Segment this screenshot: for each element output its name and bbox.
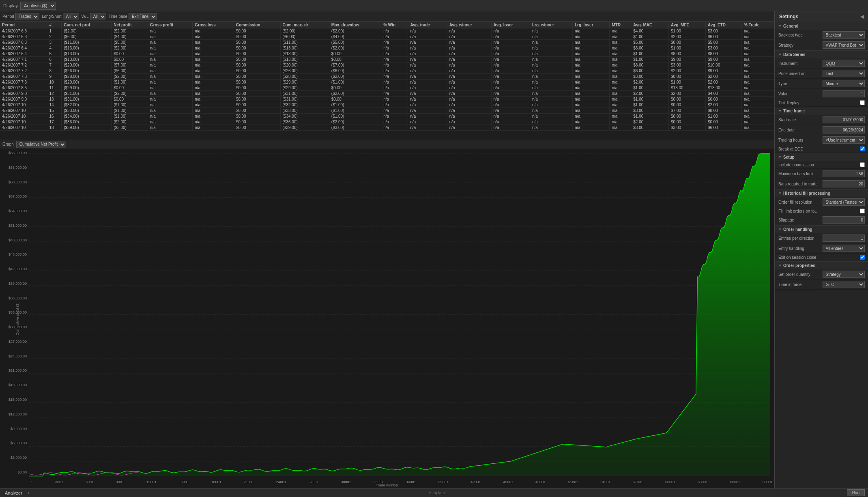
section-data-series-header[interactable]: Data Series (775, 51, 868, 58)
entry-handling-select[interactable]: All entries (823, 245, 865, 252)
wl-select[interactable]: All (90, 13, 106, 20)
include-commission-checkbox[interactable] (860, 162, 865, 167)
section-order-properties-header[interactable]: Order properties (775, 262, 868, 269)
table-cell: 4/26/2007 6:3 (0, 28, 47, 34)
graph-type-select[interactable]: Cumulative Net Profit (16, 141, 66, 148)
exit-session-checkbox[interactable] (860, 255, 865, 260)
table-cell: ($13.00) (62, 45, 112, 51)
max-bars-input[interactable] (823, 170, 865, 177)
table-cell: n/a (408, 102, 447, 108)
time-in-force-select[interactable]: GTC (823, 281, 865, 288)
x-axis-label: 9001 (116, 480, 124, 484)
type-select[interactable]: Minute (823, 80, 865, 87)
start-date-input[interactable] (823, 116, 865, 123)
table-row: 4/26/2007 9:012($31.00)($2.00)n/an/a$0.0… (0, 91, 774, 97)
table-container[interactable]: Period#Cum. net profNet profitGross prof… (0, 22, 774, 140)
table-cell: n/a (148, 85, 192, 91)
table-cell: 4/26/2007 6:4 (0, 45, 47, 51)
table-cell: ($28.00) (62, 74, 112, 80)
break-eod-checkbox[interactable] (860, 146, 865, 151)
bars-required-label: Bars required to trade (778, 182, 821, 186)
table-cell: n/a (381, 91, 408, 97)
table-cell: n/a (491, 40, 530, 45)
analyzer-tab[interactable]: Analyzer (3, 490, 24, 496)
set-order-qty-select[interactable]: Strategy (823, 271, 865, 278)
backtest-type-select[interactable]: Backtest (823, 31, 865, 39)
end-date-input[interactable] (823, 126, 865, 133)
table-cell: 4/26/2007 6:3 (0, 40, 47, 45)
trading-hours-value: <Use instrument settin... (823, 136, 865, 144)
end-date-label: End date (778, 128, 821, 132)
table-cell: n/a (408, 119, 447, 125)
add-analyzer-icon[interactable]: + (27, 491, 30, 495)
y-axis-label: $36,000.00 (1, 296, 28, 300)
table-cell: n/a (381, 108, 408, 114)
row-strategy: Strategy VWAP Trend Bot (775, 40, 868, 50)
table-cell: n/a (742, 68, 774, 74)
table-cell: $2.00 (669, 34, 706, 40)
max-bars-value (823, 170, 865, 177)
section-general-header[interactable]: General (775, 22, 868, 30)
table-cell: n/a (381, 119, 408, 125)
table-cell: n/a (610, 51, 631, 57)
row-bars-required: Bars required to trade (775, 179, 868, 189)
section-historical-fill-header[interactable]: Historical fill processing (775, 189, 868, 197)
timebase-select[interactable]: Exit Time (129, 13, 157, 20)
table-cell: n/a (742, 114, 774, 119)
table-cell: n/a (572, 51, 610, 57)
y-axis-label: $39,000.00 (1, 282, 28, 286)
table-cell: ($6.00) (62, 34, 112, 40)
table-cell: n/a (572, 40, 610, 45)
x-axis-label: 1 (31, 480, 33, 484)
table-cell: n/a (572, 97, 610, 102)
longshort-select[interactable]: All (63, 13, 79, 20)
table-cell: n/a (193, 62, 234, 68)
table-header: Gross profit (148, 22, 192, 28)
table-cell: 10 (47, 80, 62, 85)
period-select[interactable]: Trades (15, 13, 39, 20)
order-fill-select[interactable]: Standard (Fastest) (823, 198, 865, 206)
settings-expand-icon[interactable]: ◀ (860, 14, 864, 19)
table-cell: ($29.00) (62, 80, 112, 85)
table-cell: $8.00 (705, 108, 741, 114)
table-cell: n/a (193, 57, 234, 62)
table-cell: 14 (47, 102, 62, 108)
table-cell: n/a (148, 51, 192, 57)
table-cell: n/a (610, 34, 631, 40)
instrument-select[interactable]: QQQ (823, 60, 865, 67)
type-label: Type (778, 82, 821, 86)
section-setup-header[interactable]: Setup (775, 153, 868, 161)
section-time-frame-header[interactable]: Time frame (775, 107, 868, 115)
entries-direction-input[interactable] (823, 235, 865, 242)
period-filter: Period Trades (2, 13, 39, 20)
table-row: 4/26/2007 7:310($29.00)($1.00)n/an/a$0.0… (0, 80, 774, 85)
trading-hours-select[interactable]: <Use instrument settin... (823, 136, 865, 144)
table-cell: n/a (610, 28, 631, 34)
table-cell: n/a (742, 97, 774, 102)
bars-required-input[interactable] (823, 180, 865, 187)
fill-limit-checkbox[interactable] (860, 209, 865, 213)
table-cell: $3.00 (705, 45, 741, 51)
tick-replay-checkbox[interactable] (860, 100, 865, 105)
table-cell: n/a (381, 51, 408, 57)
x-axis-label: 69001 (763, 480, 773, 484)
value-input[interactable] (823, 90, 865, 97)
display-label: Display (3, 3, 18, 8)
display-select[interactable]: Analysis ($) (20, 2, 56, 10)
strategy-select[interactable]: VWAP Trend Bot (823, 41, 865, 49)
y-axis-label: $42,000.00 (1, 267, 28, 271)
table-cell: n/a (491, 108, 530, 114)
run-button[interactable]: Run (847, 489, 865, 496)
table-cell: n/a (447, 85, 491, 91)
table-cell: n/a (572, 57, 610, 62)
table-header: Cum. net prof (62, 22, 112, 28)
row-tick-replay: Tick Replay (775, 99, 868, 107)
section-general: General Backtest type Backtest Strategy … (775, 22, 868, 51)
section-order-handling-header[interactable]: Order handling (775, 226, 868, 233)
price-based-select[interactable]: Last (823, 70, 865, 77)
slippage-input[interactable] (823, 216, 865, 224)
table-header: MTR (610, 22, 631, 28)
x-axis-label: 27001 (309, 480, 319, 484)
table-cell: n/a (572, 91, 610, 97)
table-cell: n/a (610, 57, 631, 62)
